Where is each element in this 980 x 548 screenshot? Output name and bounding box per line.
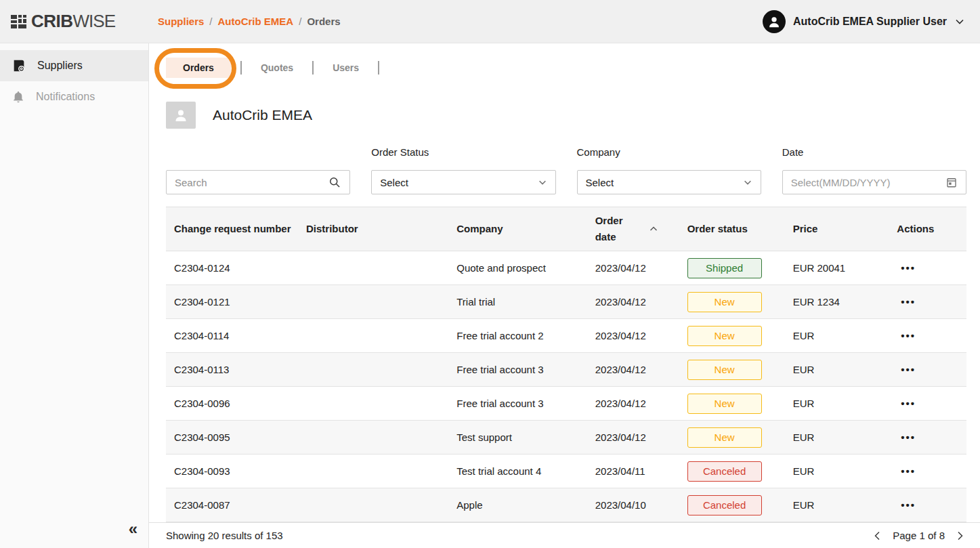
cell-change-request-number: C2304-0096: [166, 387, 298, 421]
page-title: AutoCrib EMEA: [213, 107, 312, 123]
order-status-value: Select: [380, 177, 532, 188]
sidebar-item-label: Suppliers: [37, 60, 83, 72]
row-actions-button[interactable]: •••: [897, 259, 920, 276]
cell-distributor: [298, 353, 448, 387]
cell-change-request-number: C2304-0124: [166, 251, 298, 285]
sidebar-collapse-button[interactable]: «: [118, 514, 148, 548]
col-order-date[interactable]: Order date: [587, 207, 679, 251]
next-page-button[interactable]: [954, 530, 965, 541]
cell-actions: •••: [889, 488, 966, 522]
top-header: CRIBWISE Suppliers / AutoCrib EMEA / Ord…: [0, 0, 980, 43]
cell-actions: •••: [889, 455, 966, 488]
row-actions-button[interactable]: •••: [897, 361, 920, 378]
person-icon: [767, 14, 782, 29]
status-badge: New: [687, 326, 762, 346]
chevron-left-icon: [872, 530, 883, 541]
cell-company: Apple: [448, 488, 587, 522]
cell-price: EUR 20041: [785, 251, 889, 285]
search-icon[interactable]: [328, 175, 341, 189]
table-row[interactable]: C2304-0124 Quote and prospect 2023/04/12…: [166, 251, 966, 285]
table-row[interactable]: C2304-0087 Apple 2023/04/10 Canceled EUR…: [166, 488, 966, 522]
sidebar-item-notifications[interactable]: Notifications: [0, 81, 148, 112]
chevron-down-icon: [743, 177, 752, 187]
company-select[interactable]: Select: [577, 170, 761, 194]
col-change-request-number[interactable]: Change request number: [166, 207, 298, 251]
filters: Order Status Select Company Select: [166, 146, 966, 194]
tab-orders[interactable]: Orders: [166, 58, 231, 78]
cell-distributor: [298, 387, 448, 421]
user-avatar: [763, 10, 786, 33]
page-head: AutoCrib EMEA: [166, 102, 980, 129]
table-row[interactable]: C2304-0113 Free trial account 3 2023/04/…: [166, 353, 966, 387]
col-company[interactable]: Company: [448, 207, 587, 251]
table-row[interactable]: C2304-0095 Test support 2023/04/12 New E…: [166, 421, 966, 455]
chevron-right-icon: [954, 530, 965, 541]
cell-order-status: New: [679, 387, 785, 421]
row-actions-button[interactable]: •••: [897, 327, 920, 344]
row-actions-button[interactable]: •••: [897, 463, 920, 480]
cell-order-date: 2023/04/12: [587, 421, 679, 455]
filter-company: Company Select: [577, 146, 761, 194]
brand-light: WISE: [73, 11, 115, 31]
row-actions-button[interactable]: •••: [897, 429, 920, 446]
cell-company: Quote and prospect: [448, 251, 587, 285]
filter-search: [166, 146, 350, 194]
cell-price: EUR: [785, 319, 889, 353]
cell-distributor: [298, 319, 448, 353]
cell-distributor: [298, 285, 448, 319]
cell-order-date: 2023/04/12: [587, 353, 679, 387]
status-badge: New: [687, 292, 762, 312]
bell-icon: [12, 90, 25, 104]
row-actions-button[interactable]: •••: [897, 293, 920, 310]
filter-date: Date Select(MM/DD/YYYY): [782, 146, 966, 194]
row-actions-button[interactable]: •••: [897, 497, 920, 513]
person-icon: [173, 107, 189, 123]
status-badge: New: [687, 360, 762, 380]
user-menu[interactable]: AutoCrib EMEA Supplier User: [763, 10, 965, 33]
cell-company: Free trial account 3: [448, 353, 587, 387]
cell-actions: •••: [889, 251, 966, 285]
breadcrumb-suppliers[interactable]: Suppliers: [158, 16, 204, 27]
sidebar-item-suppliers[interactable]: Suppliers: [0, 50, 148, 81]
sort-ascending-icon[interactable]: [648, 224, 659, 234]
table-header-row: Change request number Distributor Compan…: [166, 207, 966, 251]
chevron-down-icon: [538, 177, 547, 187]
col-price[interactable]: Price: [785, 207, 889, 251]
breadcrumb-current: Orders: [307, 16, 340, 27]
table-row[interactable]: C2304-0093 Test trial account 4 2023/04/…: [166, 455, 966, 488]
breadcrumb-separator: /: [299, 16, 301, 27]
col-actions: Actions: [889, 207, 966, 251]
tab-bar: Orders Quotes Users: [166, 58, 980, 78]
cell-order-status: Canceled: [679, 455, 785, 488]
col-order-status[interactable]: Order status: [679, 207, 785, 251]
calendar-icon[interactable]: [945, 176, 958, 188]
breadcrumb-autocrib-emea[interactable]: AutoCrib EMEA: [218, 16, 294, 27]
row-actions-button[interactable]: •••: [897, 395, 920, 412]
cell-actions: •••: [889, 353, 966, 387]
previous-page-button[interactable]: [872, 530, 883, 541]
search-input[interactable]: [175, 177, 322, 188]
table-row[interactable]: C2304-0114 Free trial account 2 2023/04/…: [166, 319, 966, 353]
cell-price: EUR 1234: [785, 285, 889, 319]
status-badge: Canceled: [687, 495, 762, 515]
cell-company: Test support: [448, 421, 587, 455]
tab-users[interactable]: Users: [323, 58, 368, 78]
cell-order-date: 2023/04/12: [587, 285, 679, 319]
cell-price: EUR: [785, 455, 889, 488]
table-row[interactable]: C2304-0121 Trial trial 2023/04/12 New EU…: [166, 285, 966, 319]
tab-quotes[interactable]: Quotes: [251, 58, 303, 78]
main-content: Orders Quotes Users AutoCrib EMEA: [149, 43, 980, 548]
user-name: AutoCrib EMEA Supplier User: [793, 16, 947, 28]
order-status-select[interactable]: Select: [371, 170, 555, 194]
col-distributor[interactable]: Distributor: [298, 207, 448, 251]
cell-company: Free trial account 2: [448, 319, 587, 353]
cell-order-status: New: [679, 421, 785, 455]
cell-distributor: [298, 488, 448, 522]
date-picker[interactable]: Select(MM/DD/YYYY): [782, 170, 966, 194]
sidebar: Suppliers Notifications «: [0, 43, 149, 548]
cell-order-date: 2023/04/12: [587, 387, 679, 421]
cell-change-request-number: C2304-0121: [166, 285, 298, 319]
table-row[interactable]: C2304-0096 Free trial account 3 2023/04/…: [166, 387, 966, 421]
results-count: Showing 20 results of 153: [166, 530, 283, 541]
cell-company: Trial trial: [448, 285, 587, 319]
